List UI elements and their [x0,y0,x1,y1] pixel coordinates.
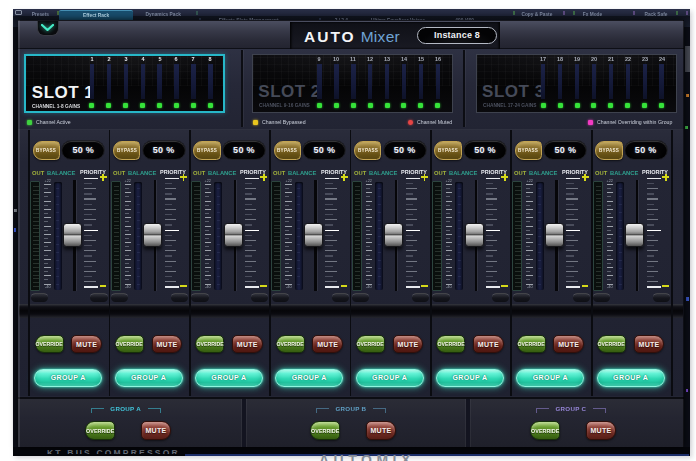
channel-gain-bar[interactable] [592,64,596,99]
balance-fader[interactable] [295,182,303,290]
channel-gain-bar[interactable] [208,64,212,99]
out-meter-tick [596,201,602,202]
group-mute-button[interactable]: MUTE [141,421,171,440]
balance-fader[interactable] [455,182,463,290]
bypass-button[interactable]: BYPASS [33,141,61,160]
channel-gain-bar[interactable] [317,64,321,99]
priority-scale-tick [84,230,98,231]
instance-button[interactable]: Instance 8 [417,27,497,45]
mute-button[interactable]: MUTE [312,335,343,353]
channel-gain-bar[interactable] [334,64,338,99]
priority-fader-knob[interactable] [625,223,644,247]
host-mini-tab-icon[interactable] [15,10,22,15]
channel-gain-bar[interactable] [541,64,545,99]
channel-gain-bar[interactable] [558,64,562,99]
bypass-button[interactable]: BYPASS [193,141,221,160]
group-assign-button[interactable]: GROUP A [436,369,504,387]
group-assign-button[interactable]: GROUP A [115,369,183,387]
gain-scale-tick [607,213,611,214]
bypass-button[interactable]: BYPASS [595,141,623,160]
slot-box-1[interactable]: SLOT 1CHANNEL 1-8 GAINS12345678 [24,54,225,113]
out-meter-tick [596,209,602,210]
priority-fader-knob[interactable] [465,223,484,247]
bypass-button[interactable]: BYPASS [113,141,141,160]
channel-gain-bar[interactable] [90,64,94,99]
group-mute-button[interactable]: MUTE [586,421,616,440]
group-mute-button[interactable]: MUTE [366,421,396,440]
gain-scale-tick [446,205,450,206]
channel-gain-bar[interactable] [609,64,613,99]
balance-fader[interactable] [134,182,142,290]
balance-fader[interactable] [536,182,544,290]
group-assign-button[interactable]: GROUP A [516,369,584,387]
priority-fader-knob[interactable] [304,223,323,247]
channel-gain-bar[interactable] [575,64,579,99]
mute-button[interactable]: MUTE [553,335,584,353]
channel-gain-bar[interactable] [436,64,440,99]
priority-fader-knob[interactable] [63,223,82,247]
channel-gain-bar[interactable] [626,64,630,99]
gain-scale-tick [125,201,132,202]
gain-scale-tick [446,246,450,247]
gain-scale-tick [205,267,212,268]
override-button[interactable]: OVERRIDE [356,335,385,353]
priority-scale-tick [165,230,179,231]
gain-scale-tick [44,275,51,276]
group-assign-button[interactable]: GROUP A [34,369,102,387]
mute-button[interactable]: MUTE [152,335,183,353]
balance-fader[interactable] [214,182,222,290]
channel-gain-bar[interactable] [643,64,647,99]
override-button[interactable]: OVERRIDE [276,335,305,353]
group-assign-button[interactable]: GROUP A [597,369,665,387]
bypass-button[interactable]: BYPASS [434,141,462,160]
channel-gain-bar[interactable] [141,64,145,99]
bypass-button[interactable]: BYPASS [354,141,382,160]
group-assign-button[interactable]: GROUP A [195,369,263,387]
collapse-button[interactable] [37,21,60,37]
priority-scale-tick [406,209,418,210]
channel-gain-bar[interactable] [402,64,406,99]
group-assign-button[interactable]: GROUP A [356,369,424,387]
channel-gain-bar[interactable] [157,64,161,99]
channel-gain-bar[interactable] [368,64,372,99]
group-override-button[interactable]: OVERRIDE [85,421,115,440]
channel-gain-bar[interactable] [419,64,423,99]
override-button[interactable]: OVERRIDE [597,335,626,353]
balance-tick [297,236,300,237]
override-button[interactable]: OVERRIDE [195,335,224,353]
gain-scale-tick [526,238,530,239]
slot-box-2[interactable]: SLOT 2CHANNEL 9-16 GAINS910111213141516 [252,54,453,113]
slot-box-3[interactable]: SLOT 3CHANNEL 17-24 GAINS171819202122232… [476,54,677,113]
channel-gain-bar[interactable] [385,64,389,99]
balance-fader[interactable] [54,182,62,290]
override-button[interactable]: OVERRIDE [35,335,64,353]
mute-button[interactable]: MUTE [634,335,665,353]
mute-button[interactable]: MUTE [393,335,424,353]
channel-gain-bar[interactable] [659,64,663,99]
override-button[interactable]: OVERRIDE [517,335,546,353]
priority-fader-knob[interactable] [224,223,243,247]
bypass-button[interactable]: BYPASS [515,141,543,160]
balance-fader[interactable] [616,182,624,290]
slot-subtitle: CHANNEL 9-16 GAINS [259,102,310,108]
channel-gain-bar[interactable] [191,64,195,99]
mute-button[interactable]: MUTE [473,335,504,353]
priority-fader-knob[interactable] [143,223,162,247]
mute-button[interactable]: MUTE [71,335,102,353]
channel-gain-bar[interactable] [107,64,111,99]
override-button[interactable]: OVERRIDE [436,335,465,353]
override-button[interactable]: OVERRIDE [115,335,144,353]
channel-gain-bar[interactable] [351,64,355,99]
bypass-button[interactable]: BYPASS [274,141,302,160]
priority-fader-knob[interactable] [384,223,403,247]
mute-button[interactable]: MUTE [232,335,263,353]
priority-fader-knob[interactable] [545,223,564,247]
balance-fader[interactable] [375,182,383,290]
group-override-button[interactable]: OVERRIDE [530,421,560,440]
group-assign-button[interactable]: GROUP A [275,369,343,387]
gain-scale-tick [366,184,373,185]
balance-label: BALANCE [610,169,638,176]
channel-gain-bar[interactable] [124,64,128,99]
channel-gain-bar[interactable] [174,64,178,99]
group-override-button[interactable]: OVERRIDE [310,421,340,440]
